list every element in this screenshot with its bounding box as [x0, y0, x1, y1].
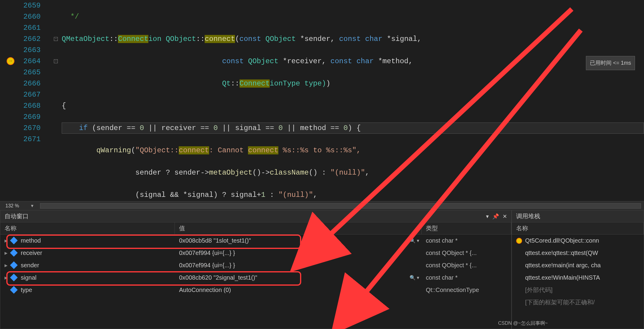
breakpoint-current-icon[interactable] [7, 57, 14, 65]
variable-icon [10, 249, 17, 256]
dropdown-icon[interactable]: ▾ [486, 213, 489, 220]
variable-icon [10, 237, 17, 244]
close-icon[interactable]: ✕ [503, 213, 507, 220]
col-header-name[interactable]: 名称 [0, 222, 175, 234]
code-editor[interactable]: 2659 2660 2661 2662 2663 2664 2665 2666 … [0, 0, 644, 201]
fold-toggle[interactable]: − [54, 37, 58, 41]
variable-icon [10, 274, 17, 281]
variable-row[interactable]: ▸receiver 0x007ef994 {ui={...} } const Q… [0, 247, 511, 259]
variable-row[interactable]: ▸signal 0x008cb620 "2signal_test1()" con… [0, 272, 511, 284]
autos-panel-title: 自动窗口 ▾ 📌 ✕ [0, 210, 511, 222]
pin-icon[interactable]: 📌 [492, 213, 499, 220]
watermark: CSDN @~怎么回事啊~ [498, 320, 548, 327]
variable-icon [10, 286, 17, 293]
search-visualizer-icon[interactable] [410, 237, 419, 244]
fold-gutter: − − [53, 0, 62, 201]
perf-badge: 已用时间 <= 1ms [586, 56, 635, 70]
expand-icon[interactable]: ▸ [5, 237, 9, 244]
expand-icon[interactable]: ▸ [5, 262, 9, 269]
expand-icon[interactable]: ▸ [5, 249, 9, 256]
autos-panel: 自动窗口 ▾ 📌 ✕ 名称 值 类型 ▸method 0x008cb5d8 "1… [0, 210, 512, 329]
variable-row[interactable]: type AutoConnection (0) Qt::ConnectionTy… [0, 284, 511, 296]
line-gutter: 2659 2660 2661 2662 2663 2664 2665 2666 … [0, 0, 53, 201]
zoom-level[interactable]: 132 % [5, 203, 19, 209]
col-header-value[interactable]: 值 [175, 222, 422, 234]
fold-toggle[interactable]: − [54, 59, 58, 63]
zoom-dropdown-icon[interactable]: ▾ [31, 203, 33, 209]
code-content[interactable]: */ QMetaObject::Connection QObject::conn… [62, 0, 644, 201]
variable-row[interactable]: ▸sender 0x007ef994 {ui={...} } const QOb… [0, 259, 511, 272]
variable-row[interactable]: ▸method 0x008cb5d8 "1slot_test1()" const… [0, 234, 511, 247]
expand-icon[interactable]: ▸ [5, 274, 9, 281]
variable-icon [10, 261, 17, 269]
search-visualizer-icon[interactable] [410, 275, 419, 281]
col-header-type[interactable]: 类型 [422, 222, 511, 234]
